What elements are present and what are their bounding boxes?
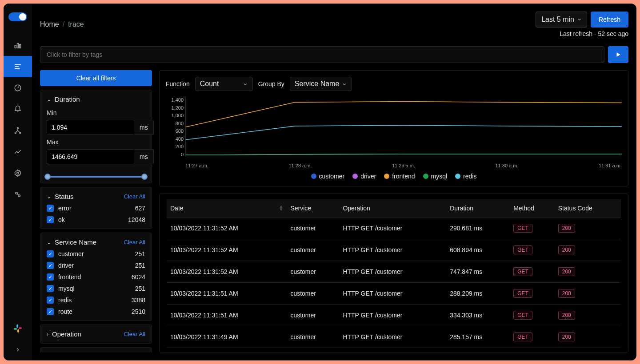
legend-item[interactable]: frontend [384,173,415,180]
clear-all-filters-button[interactable]: Clear all filters [40,70,152,86]
service-item[interactable]: ✓mysql251 [47,285,145,292]
time-range-select[interactable]: Last 5 min [536,12,587,28]
legend-dot-icon [384,174,389,179]
status-label: ok [58,216,65,223]
clear-status-link[interactable]: Clear All [124,193,145,200]
table-header-status-code[interactable]: Status Code [555,199,621,218]
sidebar-expand[interactable] [4,339,32,360]
bell-icon [14,105,22,113]
legend-label: frontend [392,173,415,180]
cell-date: 10/03/2022 11:31:51 AM [167,283,287,305]
nav-usage[interactable] [4,141,32,162]
svg-point-11 [17,172,19,174]
legend-dot-icon [455,174,460,179]
tag-filter-input[interactable] [40,46,604,63]
checkbox-icon[interactable]: ✓ [47,297,54,304]
status-tag: 200 [558,289,575,298]
line-chart-icon [14,148,22,156]
cell-status: 200 [555,326,621,348]
filter-operation-header[interactable]: ›Operation [47,330,81,338]
legend-item[interactable]: customer [311,173,345,180]
filter-service-header[interactable]: ⌄Service Name Clear All [47,238,145,246]
nav-traces[interactable] [4,56,32,77]
nav-settings[interactable] [4,162,32,184]
legend-item[interactable]: driver [352,173,376,180]
service-count: 251 [135,285,145,292]
toggle-switch[interactable] [8,12,27,21]
filter-status: ⌄Status Clear All ✓error627✓ok12048 [40,187,152,229]
status-item[interactable]: ✓ok12048 [47,216,145,223]
bar-chart-icon [14,41,22,49]
clear-service-link[interactable]: Clear All [124,239,145,245]
cell-service: customer [287,305,339,326]
checkbox-icon[interactable]: ✓ [47,216,54,223]
status-tag: 200 [558,311,575,320]
status-item[interactable]: ✓error627 [47,205,145,212]
table-header-service[interactable]: Service [287,199,339,218]
table-row[interactable]: 10/03/2022 11:31:52 AM customer HTTP GET… [167,261,621,283]
legend-item[interactable]: redis [455,173,476,180]
table-row[interactable]: 10/03/2022 11:31:51 AM customer HTTP GET… [167,283,621,305]
checkbox-icon[interactable]: ✓ [47,250,54,257]
chart-y-axis: 1,4001,2001,0008006004002000 [166,97,184,157]
table-header-duration[interactable]: Duration [446,199,510,218]
nav-instrument[interactable] [4,184,32,205]
nodes-icon [14,127,22,135]
filter-component: ›Component Clear All [40,347,152,352]
chevron-right-icon [15,347,21,353]
cell-operation: HTTP GET /customer [339,326,446,348]
status-count: 627 [135,205,145,212]
chevron-right-icon: › [47,331,48,337]
service-item[interactable]: ✓route2510 [47,308,145,315]
clear-operation-link[interactable]: Clear All [124,331,145,337]
service-item[interactable]: ✓customer251 [47,250,145,257]
cell-method: GET [510,326,555,348]
table-header-method[interactable]: Method [510,199,555,218]
cell-date: 10/03/2022 11:31:52 AM [167,261,287,283]
cell-status: 200 [555,218,621,239]
service-item[interactable]: ✓redis3388 [47,297,145,304]
cell-method: GET [510,261,555,283]
cell-method: GET [510,305,555,326]
cell-method: GET [510,239,555,261]
group-by-select[interactable]: Service Name [290,77,352,91]
checkbox-icon[interactable]: ✓ [47,205,54,212]
legend-dot-icon [423,174,428,179]
checkbox-icon[interactable]: ✓ [47,273,54,281]
filter-operation: ›Operation Clear All [40,324,152,344]
breadcrumb-home[interactable]: Home [40,20,59,28]
min-input[interactable] [47,120,134,135]
checkbox-icon[interactable]: ✓ [47,262,54,269]
legend-dot-icon [311,174,316,179]
checkbox-icon[interactable]: ✓ [47,285,54,292]
checkbox-icon[interactable]: ✓ [47,308,54,315]
max-input[interactable] [47,149,134,164]
function-select[interactable]: Count [195,77,253,91]
table-header-operation[interactable]: Operation [339,199,446,218]
duration-slider[interactable] [47,176,145,178]
chart-box: Function Count Group By Service Name 1,4… [159,70,628,186]
service-item[interactable]: ✓driver251 [47,262,145,269]
legend-item[interactable]: mysql [423,173,448,180]
nav-metrics[interactable] [4,35,32,56]
table-row[interactable]: 10/03/2022 11:31:51 AM customer HTTP GET… [167,305,621,326]
table-header-date[interactable]: Date▲▼ [167,199,287,218]
nav-service-map[interactable] [4,120,32,141]
method-tag: GET [513,224,532,233]
filter-duration-header[interactable]: ⌄Duration [47,95,145,103]
svg-marker-19 [617,52,620,56]
refresh-button[interactable]: Refresh [591,12,628,28]
filter-status-header[interactable]: ⌄Status Clear All [47,193,145,200]
nav-dashboards[interactable] [4,77,32,99]
cell-date: 10/03/2022 11:31:49 AM [167,326,287,348]
table-row[interactable]: 10/03/2022 11:31:49 AM customer HTTP GET… [167,326,621,348]
table-row[interactable]: 10/03/2022 11:31:52 AM customer HTTP GET… [167,239,621,261]
service-item[interactable]: ✓frontend6024 [47,273,145,281]
nav-alerts[interactable] [4,99,32,120]
run-query-button[interactable] [608,46,628,63]
chart-plot[interactable] [185,97,622,157]
table-row[interactable]: 10/03/2022 11:31:52 AM customer HTTP GET… [167,218,621,239]
service-count: 251 [135,250,145,257]
nav-slack[interactable] [4,318,32,339]
service-count: 3388 [132,297,145,304]
